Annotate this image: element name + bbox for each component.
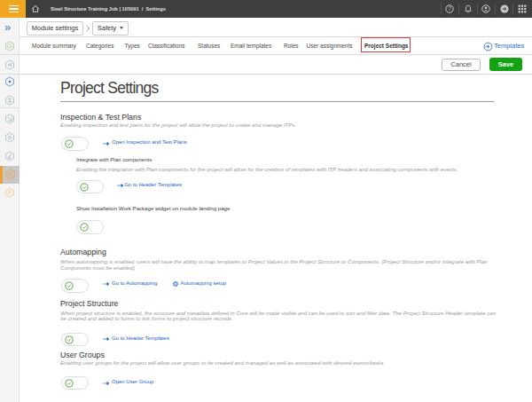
svg-text:?: ? [448,5,451,12]
